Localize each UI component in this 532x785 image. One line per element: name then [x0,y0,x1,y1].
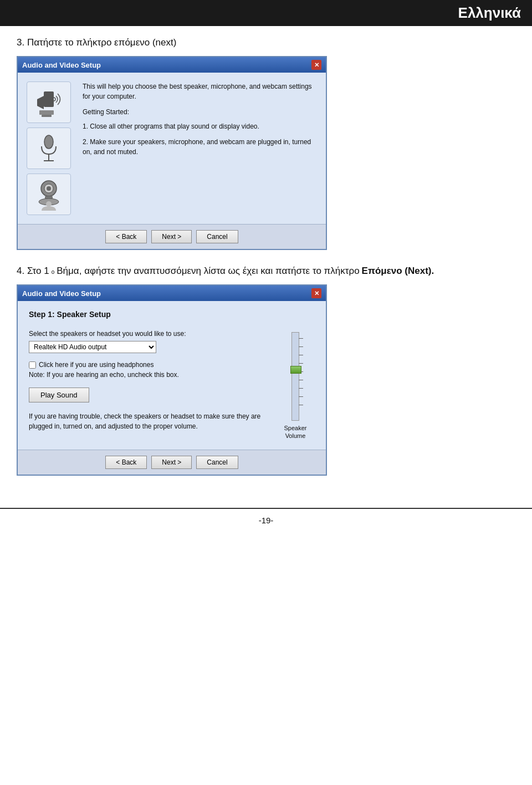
trouble-text: If you are having trouble, check the spe… [29,411,267,431]
note-text: Note: If you are hearing an echo, unchec… [29,371,267,379]
step3-section: 3. Πατήστε το πλήκτρο επόμενο (next) Aud… [17,37,515,250]
slider-tick [299,363,303,364]
headphones-label: Click here if you are using headphones [39,361,154,369]
speaker-icon [34,86,64,119]
dialog2-close-button[interactable]: ✕ [311,288,321,298]
webcam-icon-box [27,174,71,215]
dialog1-cancel-button[interactable]: Cancel [196,230,238,243]
dialog2-title: Audio and Video Setup [22,289,101,298]
dialog2-cancel-button[interactable]: Cancel [196,456,238,469]
dialog2-next-button[interactable]: Next > [151,456,192,469]
dialog1-icons-panel [27,81,74,215]
dialog1-body: This will help you choose the best speak… [18,73,326,224]
header-bar: Ελληνικά [0,0,532,26]
dialog2-footer: < Back Next > Cancel [18,450,326,475]
slider-tick [299,355,303,355]
dialog2-left-panel: Select the speakers or headset you would… [29,330,267,441]
svg-marker-1 [37,96,44,109]
step4-suffix: Βήμα, αφήστε την αναπτυσσόμενη λίστα ως … [57,266,359,277]
slider-container: SpeakerVolume [284,330,307,441]
svg-point-5 [44,135,53,149]
volume-slider-thumb[interactable] [290,366,301,374]
dialog1-intro: This will help you choose the best speak… [83,81,317,101]
dialog1-step2: 2. Make sure your speakers, microphone, … [83,137,317,157]
play-sound-button[interactable]: Play Sound [29,388,89,402]
volume-slider-track[interactable] [291,332,299,421]
dialog2-right-panel: SpeakerVolume [276,330,315,441]
dialog1-window: Audio and Video Setup ✕ [17,56,327,250]
dialog1-titlebar: Audio and Video Setup ✕ [18,57,326,73]
dialog1-text-panel: This will help you choose the best speak… [83,81,317,215]
step4-prefix: 4. Στο 1 [17,266,49,277]
slider-tick [299,380,303,380]
step3-heading: 3. Πατήστε το πλήκτρο επόμενο (next) [17,37,515,48]
speaker-volume-label: SpeakerVolume [284,424,307,440]
dialog2-back-button[interactable]: < Back [105,456,147,469]
dialog2-body: Step 1: Speaker Setup Select the speaker… [18,301,326,450]
header-title: Ελληνικά [458,4,521,21]
slider-tick [299,338,303,339]
svg-point-13 [46,201,52,207]
mic-icon-box [27,128,71,169]
speaker-select[interactable]: Realtek HD Audio output [29,341,156,353]
dialog2-step-title: Step 1: Speaker Setup [29,310,315,319]
dialog1-footer: < Back Next > Cancel [18,224,326,249]
dialog2-window: Audio and Video Setup ✕ Step 1: Speaker … [17,284,327,476]
step4-sup: ο [52,269,55,275]
page-footer: -19- [0,508,532,532]
checkbox-row: Click here if you are using headphones [29,361,267,369]
dialog1-close-button[interactable]: ✕ [311,60,321,70]
dialog1-next-button[interactable]: Next > [151,230,192,243]
dialog1-title: Audio and Video Setup [22,61,101,69]
dialog1-getting-started: Getting Started: [83,107,317,117]
slider-tick [299,346,303,347]
page-number: -19- [259,516,274,525]
dialog2-titlebar: Audio and Video Setup ✕ [18,286,326,301]
main-content: 3. Πατήστε το πλήκτρο επόμενο (next) Aud… [0,26,532,502]
svg-rect-4 [42,115,52,117]
dialog1-back-button[interactable]: < Back [105,230,147,243]
svg-rect-3 [39,110,54,115]
mic-icon [34,132,64,165]
slider-tick [299,388,303,389]
speaker-icon-box [27,81,71,123]
step4-heading: 4. Στο 1ο Βήμα, αφήστε την αναπτυσσόμενη… [17,266,515,277]
webcam-icon [34,176,64,212]
headphones-checkbox[interactable] [29,361,36,369]
dialog2-main: Select the speakers or headset you would… [29,330,315,441]
svg-point-10 [47,186,51,191]
dialog1-step1: 1. Close all other programs that play so… [83,121,317,131]
slider-tick [299,405,303,405]
step4-bold: Επόμενο (Next). [362,266,434,277]
dialog2-select-label: Select the speakers or headset you would… [29,330,267,338]
slider-tick [299,396,303,397]
step4-section: 4. Στο 1ο Βήμα, αφήστε την αναπτυσσόμενη… [17,266,515,476]
